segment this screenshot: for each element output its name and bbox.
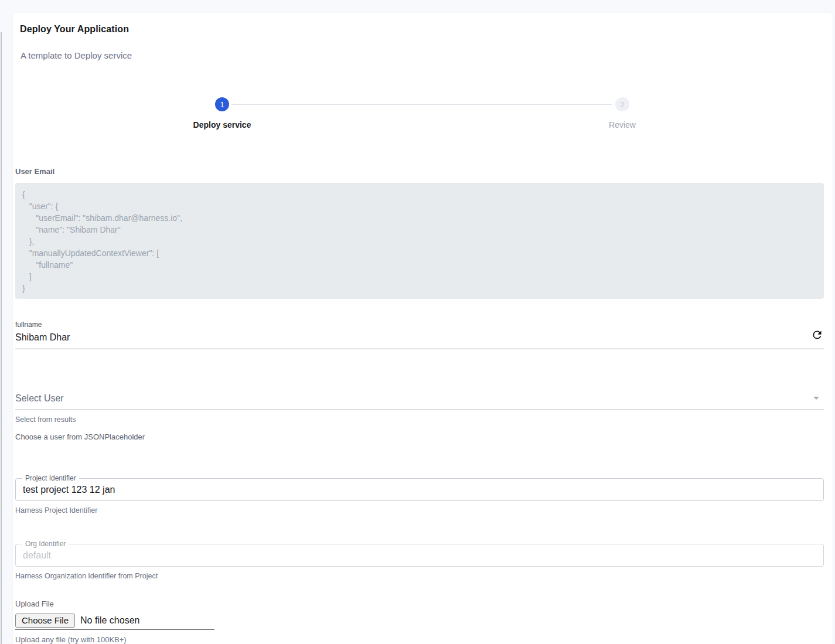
step-label-deploy-service: Deploy service xyxy=(163,120,281,130)
wizard-stepper: 1 2 Deploy service Review xyxy=(15,84,824,154)
template-form-card: Deploy Your Application A template to De… xyxy=(13,13,833,644)
org-identifier-input[interactable] xyxy=(16,544,823,566)
refresh-icon[interactable] xyxy=(810,328,824,342)
json-code: { "user": { "userEmail": "shibam.dhar@ha… xyxy=(22,189,817,294)
select-user-description: Choose a user from JSONPlaceholder xyxy=(15,432,824,441)
file-chosen-status: No file chosen xyxy=(80,615,139,626)
project-identifier-label: Project Identifier xyxy=(22,474,79,482)
file-input[interactable]: Choose File No file chosen xyxy=(15,614,214,630)
upload-file-label: Upload File xyxy=(15,599,824,608)
step-connector xyxy=(231,104,612,105)
user-email-json-viewer: { "user": { "userEmail": "shibam.dhar@ha… xyxy=(15,183,824,299)
choose-file-button[interactable]: Choose File xyxy=(15,614,75,628)
left-edge-divider xyxy=(1,32,2,644)
fullname-field-group: fullname xyxy=(15,321,824,349)
select-user-dropdown[interactable]: Select User xyxy=(15,389,824,410)
fullname-label: fullname xyxy=(15,321,824,329)
chevron-down-icon xyxy=(813,397,819,400)
step-indicator-review: 2 xyxy=(615,97,629,111)
project-identifier-field: Project Identifier xyxy=(15,478,824,501)
page-title: Deploy Your Application xyxy=(20,24,824,35)
select-user-value: Select User xyxy=(15,393,64,403)
refresh-icon-glyph xyxy=(811,329,823,341)
org-identifier-field: Org Identifier xyxy=(15,544,824,567)
fullname-input[interactable] xyxy=(15,330,824,349)
page-subtitle: A template to Deploy service xyxy=(21,50,824,60)
org-identifier-label: Org Identifier xyxy=(22,540,69,548)
step-label-review: Review xyxy=(564,120,681,130)
user-email-label: User Email xyxy=(15,167,824,176)
upload-file-helper: Upload any file (try with 100KB+) xyxy=(15,635,824,644)
step-indicator-deploy-service: 1 xyxy=(215,97,229,111)
org-identifier-helper: Harness Organization Identifier from Pro… xyxy=(15,572,824,580)
project-identifier-input[interactable] xyxy=(16,479,823,500)
step-number: 1 xyxy=(220,100,224,109)
step-number: 2 xyxy=(620,100,624,109)
project-identifier-helper: Harness Project Identifier xyxy=(15,506,824,514)
select-user-helper: Select from results xyxy=(15,415,824,424)
